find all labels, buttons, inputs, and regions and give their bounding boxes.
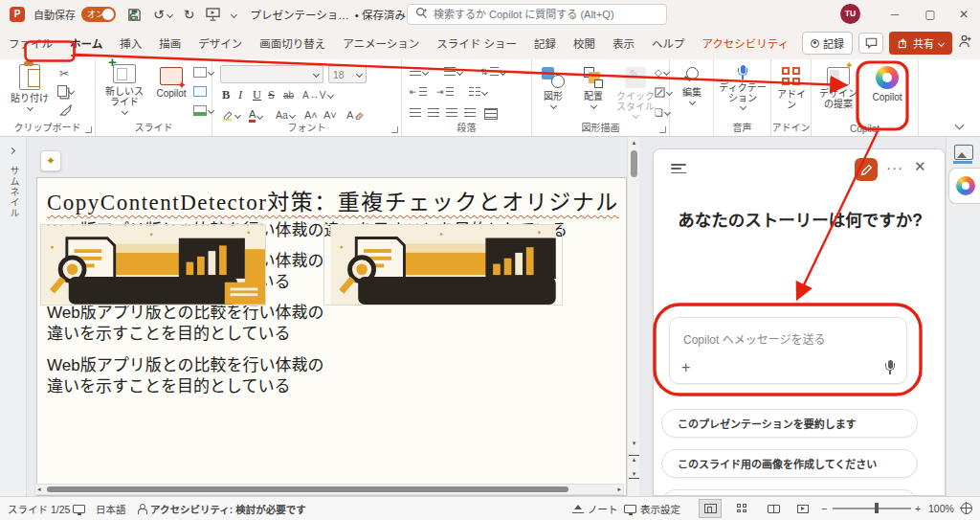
numbering-button[interactable] xyxy=(444,67,462,77)
line-spacing-button[interactable]: ⇅ xyxy=(480,67,505,77)
editing-button[interactable]: 編集 xyxy=(673,67,711,104)
suggestion-chip[interactable]: このプレゼンテーションを要約します xyxy=(661,409,918,438)
format-painter-button[interactable] xyxy=(59,104,72,117)
text-shadow-button[interactable]: ab xyxy=(283,90,294,101)
paste-button[interactable]: 貼り付け xyxy=(8,64,52,110)
language-indicator[interactable]: 日本語 xyxy=(96,497,126,520)
underline-button[interactable]: U xyxy=(253,88,261,102)
section-button[interactable] xyxy=(193,105,213,116)
zoom-level[interactable]: 100% xyxy=(928,497,954,520)
designer-suggestion-button[interactable]: ✦ xyxy=(40,150,61,171)
save-button[interactable] xyxy=(127,8,142,22)
distribute-text-button[interactable] xyxy=(484,108,498,120)
shape-effects-button[interactable]: ❑ xyxy=(655,107,670,118)
add-content-icon[interactable]: + xyxy=(681,361,690,374)
document-title[interactable]: プレゼンテーショ… xyxy=(250,7,348,22)
tab-insert[interactable]: 挿入 xyxy=(111,35,150,59)
strikethrough-button[interactable]: S xyxy=(268,88,275,102)
search-bar[interactable] xyxy=(407,4,667,25)
align-center-button[interactable] xyxy=(428,108,439,118)
tab-view[interactable]: 表示 xyxy=(604,35,643,59)
horizontal-scroll-thumb[interactable] xyxy=(47,486,568,492)
redo-button[interactable]: ↻ xyxy=(184,7,195,22)
tab-animations[interactable]: アニメーション xyxy=(334,35,428,59)
presenter-coach-icon[interactable] xyxy=(958,34,972,52)
display-settings-button[interactable]: 表示設定 xyxy=(624,497,680,520)
share-button[interactable]: 共有 xyxy=(889,32,952,55)
shapes-button[interactable]: 図形 xyxy=(534,67,572,108)
expand-thumbnails-icon[interactable] xyxy=(9,147,15,154)
character-spacing-button[interactable]: A↔V xyxy=(302,90,333,101)
increase-indent-button[interactable]: ⇥ xyxy=(436,87,454,97)
next-slide-button[interactable]: ▾ xyxy=(629,470,639,479)
tab-review[interactable]: 校閲 xyxy=(565,35,604,59)
font-dialog-launcher-icon[interactable] xyxy=(391,126,398,133)
copilot-message-box[interactable]: Copilot へメッセージを送る + xyxy=(669,317,907,384)
slide-counter[interactable]: スライド 1/25 xyxy=(8,497,70,520)
tab-transitions[interactable]: 画面切り替え xyxy=(251,35,334,59)
shape-fill-button[interactable]: ◇ xyxy=(655,67,669,78)
clipboard-dialog-launcher-icon[interactable] xyxy=(85,126,92,133)
zoom-slider[interactable] xyxy=(833,497,911,520)
zoom-in-button[interactable]: + xyxy=(915,497,921,520)
designer-panel-icon[interactable] xyxy=(954,145,973,160)
accessibility-status[interactable]: アクセシビリティ: 検討が必要です xyxy=(137,497,306,520)
display-settings-icon[interactable] xyxy=(73,497,85,520)
tab-draw[interactable]: 描画 xyxy=(150,35,189,59)
scroll-up-icon[interactable]: ▴ xyxy=(628,139,640,147)
copy-button[interactable] xyxy=(57,85,74,97)
vertical-scrollbar[interactable]: ▴ ▾ ▴ ▾ xyxy=(627,137,639,496)
tab-accessibility[interactable]: アクセシビリティ xyxy=(693,35,797,59)
justify-button[interactable] xyxy=(464,108,476,118)
autosave-toggle[interactable]: オン xyxy=(81,7,116,22)
slide-sorter-view-button[interactable] xyxy=(731,499,754,518)
notes-button[interactable]: ノート xyxy=(572,497,618,520)
tab-file[interactable]: ファイル xyxy=(0,35,61,59)
decrease-indent-button[interactable]: ⇤ xyxy=(410,87,427,97)
pane-close-icon[interactable]: ✕ xyxy=(914,158,926,175)
scroll-down-icon[interactable]: ▾ xyxy=(628,440,640,447)
quick-access-arrow-icon[interactable] xyxy=(232,12,236,17)
font-size-select[interactable]: 18 xyxy=(328,65,367,83)
user-avatar[interactable]: TU xyxy=(840,4,860,24)
thumbnail-panel[interactable]: サムネイル xyxy=(0,137,27,496)
slideshow-view-button[interactable] xyxy=(791,499,814,518)
comments-button[interactable] xyxy=(858,33,883,54)
reset-slide-button[interactable] xyxy=(193,86,207,97)
tab-slideshow[interactable]: スライド ショー xyxy=(428,35,525,59)
bold-button[interactable]: B xyxy=(222,88,230,102)
collapse-ribbon-icon[interactable] xyxy=(955,121,965,130)
suggestion-chip[interactable]: このスライド用の画像を作成してください xyxy=(661,449,918,478)
more-options-icon[interactable]: ··· xyxy=(886,159,903,175)
zoom-out-button[interactable]: − xyxy=(821,497,827,520)
scroll-right-icon[interactable]: ▸ xyxy=(617,486,621,493)
design-ideas-button[interactable]: デザインの提案 xyxy=(815,67,861,109)
dictation-button[interactable]: ディクテーション xyxy=(718,65,768,109)
cut-button[interactable]: ✂ xyxy=(59,67,69,80)
voice-input-icon[interactable] xyxy=(885,360,895,374)
slide-illustration-left[interactable] xyxy=(40,224,266,305)
close-button[interactable]: ✕ xyxy=(947,0,980,29)
fit-to-window-button[interactable] xyxy=(961,497,972,520)
new-slide-button[interactable]: 新しいスライド xyxy=(101,64,147,114)
columns-button[interactable] xyxy=(469,87,487,97)
reading-view-button[interactable] xyxy=(762,499,785,518)
previous-slide-button[interactable]: ▴ xyxy=(629,455,639,463)
quick-styles-button[interactable]: クイックスタイル xyxy=(614,67,657,118)
horizontal-scrollbar[interactable]: ◂ ▸ xyxy=(34,484,624,495)
font-name-select[interactable] xyxy=(220,65,323,83)
slide-layout-button[interactable] xyxy=(193,67,213,78)
record-button[interactable]: 記録 xyxy=(802,32,853,55)
slide-title[interactable]: CopyContentDetector対策：重複チェックとオリジナル xyxy=(47,184,627,216)
tab-help[interactable]: ヘルプ xyxy=(643,35,694,59)
restore-button[interactable]: ▢ xyxy=(914,0,947,29)
arrange-button[interactable]: 配置 xyxy=(574,67,612,108)
normal-view-button[interactable] xyxy=(699,499,722,518)
scroll-left-icon[interactable]: ◂ xyxy=(37,486,41,493)
tab-record[interactable]: 記録 xyxy=(525,35,565,59)
tab-design[interactable]: デザイン xyxy=(189,35,251,59)
zoom-slider-thumb[interactable] xyxy=(875,503,879,513)
drawing-dialog-launcher-icon[interactable] xyxy=(659,126,666,133)
copilot-button[interactable]: Copilot xyxy=(865,66,909,102)
new-chat-button[interactable] xyxy=(855,158,878,181)
